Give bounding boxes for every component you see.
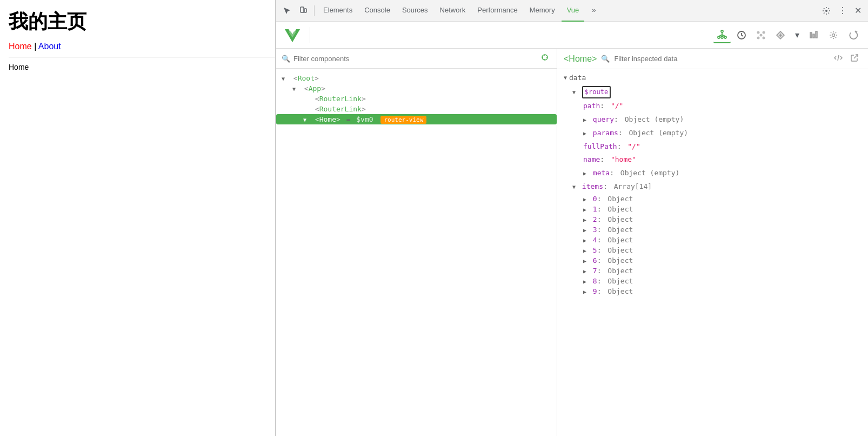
tab-elements[interactable]: Elements	[318, 0, 358, 22]
device-tool-btn[interactable]	[296, 4, 311, 17]
tree-arrow	[303, 107, 311, 113]
current-route-label: Home	[9, 63, 275, 71]
vue-logo	[283, 25, 302, 45]
svg-point-17	[763, 36, 765, 39]
performance-btn[interactable]	[805, 28, 823, 43]
devtools-more-btn[interactable]: ⋮	[835, 3, 850, 18]
path-value: "/"	[611, 102, 623, 110]
route-row: ▼ $route	[564, 85, 862, 100]
query-value: Object (empty)	[625, 115, 684, 123]
svg-point-16	[757, 36, 760, 39]
tab-memory[interactable]: Memory	[524, 0, 560, 22]
array-item-3: ▶ 3: Object	[564, 224, 862, 235]
vuex-btn[interactable]	[752, 28, 770, 43]
routing-dropdown-btn[interactable]: ▾	[791, 27, 803, 43]
name-value: "home"	[611, 155, 636, 163]
array-item-1: ▶ 1: Object	[564, 204, 862, 214]
route-expand-arrow[interactable]: ▼	[572, 89, 576, 95]
path-row: path: "/"	[564, 100, 862, 113]
search-icon: 🔍	[282, 55, 290, 63]
tab-sources[interactable]: Sources	[397, 0, 433, 22]
items-key: items	[582, 182, 603, 190]
params-value: Object (empty)	[629, 129, 688, 137]
toolbar-separator	[314, 5, 315, 16]
svg-rect-0	[301, 7, 304, 12]
params-row: ▶ params: Object (empty)	[564, 127, 862, 140]
nav-separator: |	[34, 42, 36, 51]
items-type: Array[14]	[614, 182, 652, 190]
routing-btn[interactable]	[772, 28, 789, 43]
svg-point-7	[721, 36, 723, 38]
component-tree-panel: 🔍 ▼ <Root>	[276, 49, 557, 436]
tree-arrow: ▼	[292, 86, 300, 92]
tree-arrow: ▼	[282, 76, 289, 82]
array-item-5: ▶ 5: Object	[564, 245, 862, 255]
cursor-tool-btn[interactable]	[279, 4, 295, 17]
tab-vue[interactable]: Vue	[562, 0, 585, 22]
select-component-btn[interactable]	[538, 52, 551, 65]
svg-rect-24	[816, 31, 817, 38]
tab-performance[interactable]: Performance	[472, 0, 523, 22]
devtools-close-btn[interactable]: ✕	[851, 3, 865, 18]
tab-console[interactable]: Console	[359, 0, 396, 22]
tree-node-routerlink-1[interactable]: <RouterLink>	[276, 94, 557, 104]
component-tree-btn[interactable]	[713, 27, 731, 43]
tree-arrow	[303, 96, 311, 102]
devtools-toolbar: Elements Console Sources Network Perform…	[276, 0, 868, 22]
fullpath-value: "/"	[627, 142, 640, 150]
svg-rect-23	[813, 34, 814, 38]
params-key: params	[593, 129, 618, 137]
vue-settings-btn[interactable]	[825, 28, 842, 43]
array-item-6: ▶ 6: Object	[564, 255, 862, 266]
tree-node-routerlink-2[interactable]: <RouterLink>	[276, 104, 557, 114]
fullpath-key: fullPath	[583, 142, 617, 150]
meta-key: meta	[593, 169, 610, 177]
router-view-badge: router-view	[380, 116, 426, 124]
history-btn[interactable]	[733, 28, 750, 43]
devtools-settings-btn[interactable]	[819, 4, 834, 17]
meta-row: ▶ meta: Object (empty)	[564, 167, 862, 180]
tab-network[interactable]: Network	[435, 0, 471, 22]
tree-node-app[interactable]: ▼ <App>	[276, 83, 557, 94]
svg-point-25	[832, 34, 835, 36]
vue-header: ▾	[276, 22, 868, 49]
svg-point-8	[724, 36, 726, 38]
toolbar-right-icons: ⋮ ✕	[819, 3, 865, 18]
section-expand-arrow[interactable]: ▼	[564, 75, 567, 81]
tab-more-btn[interactable]: »	[586, 0, 601, 22]
inspector-search-icon: 🔍	[601, 55, 610, 63]
name-row: name: "home"	[564, 153, 862, 167]
tree-node-root[interactable]: ▼ <Root>	[276, 73, 557, 83]
svg-rect-1	[304, 9, 306, 12]
svg-point-18	[760, 34, 763, 36]
vue-header-icons: ▾	[713, 27, 862, 43]
array-item-0: ▶ 0: Object	[564, 194, 862, 204]
component-filter-input[interactable]	[293, 55, 535, 63]
about-link[interactable]: About	[38, 42, 61, 51]
inspector-filter-input[interactable]	[614, 55, 827, 63]
inspector-data: ▼ data ▼ $route path: "/" ▶	[557, 69, 868, 436]
svg-point-14	[757, 31, 760, 34]
path-key: path	[583, 102, 600, 110]
page-divider	[9, 57, 275, 57]
query-expand-arrow[interactable]: ▶	[583, 117, 586, 123]
params-expand-arrow[interactable]: ▶	[583, 130, 586, 136]
route-highlight-box: $route	[582, 86, 611, 98]
array-item-2: ▶ 2: Object	[564, 214, 862, 224]
inspected-component-name: <Home>	[564, 54, 597, 64]
items-expand-arrow[interactable]: ▼	[572, 184, 576, 190]
inspector-panel: <Home> 🔍	[557, 49, 868, 436]
fullpath-row: fullPath: "/"	[564, 140, 862, 154]
refresh-btn[interactable]	[844, 28, 862, 43]
home-link[interactable]: Home	[9, 42, 32, 51]
query-row: ▶ query: Object (empty)	[564, 113, 862, 127]
svg-rect-22	[810, 32, 812, 38]
meta-value: Object (empty)	[620, 169, 680, 177]
meta-expand-arrow[interactable]: ▶	[583, 170, 586, 176]
inspector-open-btn[interactable]	[847, 52, 862, 65]
tree-node-home[interactable]: ▼ <Home> = $vm0 router-view	[276, 114, 557, 124]
devtools-panel: Elements Console Sources Network Perform…	[276, 0, 868, 436]
component-filter-bar: 🔍	[276, 49, 557, 69]
svg-point-6	[718, 36, 720, 38]
inspector-code-btn[interactable]	[831, 52, 845, 65]
